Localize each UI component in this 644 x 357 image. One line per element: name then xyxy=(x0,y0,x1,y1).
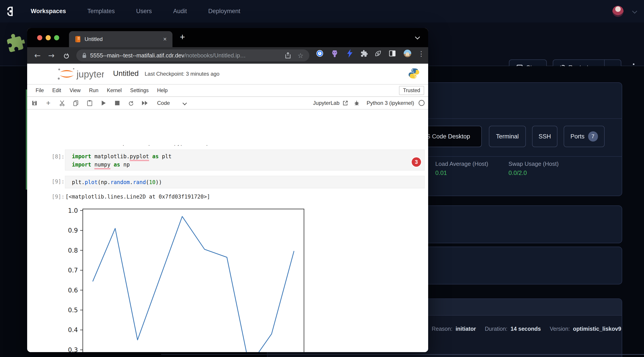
jupyter-page: jupyter Untitled Last Checkpoint: 3 minu… xyxy=(27,64,428,352)
cell9-input[interactable]: plt.plot(np.random.rand(10)) xyxy=(65,176,424,188)
nav-item-templates[interactable]: Templates xyxy=(88,8,115,15)
coder-logo[interactable] xyxy=(5,6,15,16)
trusted-badge[interactable]: Trusted xyxy=(399,86,424,95)
run-cell-icon[interactable] xyxy=(99,98,108,108)
kernel-status-icon[interactable] xyxy=(418,100,424,106)
svg-text:0.6: 0.6 xyxy=(68,287,78,294)
cell8-prompt: [8]: xyxy=(48,154,64,160)
interrupt-kernel-icon[interactable] xyxy=(112,98,122,108)
menu-edit[interactable]: Edit xyxy=(52,88,61,94)
output-repr-text: [<matplotlib.lines.Line2D at 0x7fd03f191… xyxy=(66,194,210,200)
notebook-title[interactable]: Untitled xyxy=(113,69,139,78)
code-line: import matplotlib.pyplot as plt xyxy=(72,152,424,161)
tab-title: Untitled xyxy=(84,36,102,42)
cut-cell-icon[interactable] xyxy=(58,98,67,108)
output-prompt: [9]: xyxy=(48,194,64,200)
reload-icon[interactable] xyxy=(62,52,69,59)
svg-text:0.4: 0.4 xyxy=(68,326,78,334)
svg-text:1.0: 1.0 xyxy=(68,207,78,214)
lock-icon xyxy=(82,52,86,58)
save-icon[interactable] xyxy=(30,98,39,108)
jupyter-menu-bar: File Edit View Run Kernel Settings Help … xyxy=(27,84,428,97)
minimize-window-button[interactable] xyxy=(46,35,51,40)
code-line: import numpy as np xyxy=(72,161,424,169)
ports-count-badge: 7 xyxy=(588,131,598,142)
extensions-puzzle-icon[interactable] xyxy=(360,50,368,57)
back-icon[interactable]: ← xyxy=(34,51,41,60)
menu-kernel[interactable]: Kernel xyxy=(107,88,122,94)
external-link-icon xyxy=(343,100,348,106)
jupyter-toolbar: + Code xyxy=(27,97,428,110)
browser-tab-untitled[interactable]: Untitled × xyxy=(69,31,172,47)
template-puzzle-icon xyxy=(4,31,26,53)
app-button-ssh[interactable]: SSH xyxy=(532,126,558,147)
python-logo-icon xyxy=(408,68,420,79)
build-info-row: Reason: initiator Duration: 14 seconds V… xyxy=(432,326,621,332)
browser-tab-strip: Untitled × + xyxy=(27,28,428,47)
add-cell-icon[interactable]: + xyxy=(44,98,53,108)
nav-item-users[interactable]: Users xyxy=(136,8,152,15)
restart-kernel-icon[interactable] xyxy=(126,98,136,108)
bookmark-star-icon[interactable]: ☆ xyxy=(298,52,304,60)
close-window-button[interactable] xyxy=(37,35,42,40)
bottom-divider xyxy=(161,354,644,355)
scrolled-cell-sliver: import matplotlib.pyplot as plt xyxy=(65,145,424,148)
forward-icon[interactable]: → xyxy=(48,51,55,60)
notebook-favicon xyxy=(75,36,80,42)
svg-text:0.3: 0.3 xyxy=(68,346,78,352)
notification-badge[interactable]: 3 xyxy=(412,157,421,167)
app-button-ports[interactable]: Ports 7 xyxy=(564,126,604,147)
maximize-window-button[interactable] xyxy=(54,35,59,40)
kernel-name[interactable]: Python 3 (ipykernel) xyxy=(367,100,414,106)
cell-type-chevron-icon xyxy=(182,101,187,105)
stat-swap-usage: Swap Usage (Host) 0.0/2.0 xyxy=(508,160,558,176)
debugger-bug-icon[interactable] xyxy=(352,98,362,108)
checkpoint-status: Last Checkpoint: 3 minutes ago xyxy=(145,71,220,77)
browser-kebab-menu-icon[interactable]: ⋮ xyxy=(418,50,424,58)
cell8-input[interactable]: import matplotlib.pyplot as plt import n… xyxy=(65,150,424,170)
jupyter-logo: jupyter xyxy=(56,67,104,82)
cell-type-dropdown[interactable]: Code xyxy=(157,100,186,106)
nav-item-deployment[interactable]: Deployment xyxy=(208,8,240,15)
menu-help[interactable]: Help xyxy=(157,88,168,94)
url-path: /notebooks/Untitled.ip… xyxy=(184,52,246,59)
svg-text:0.9: 0.9 xyxy=(68,227,78,234)
tab-close-icon[interactable]: × xyxy=(163,36,167,43)
jupyter-header: jupyter Untitled Last Checkpoint: 3 minu… xyxy=(27,64,428,84)
share-icon[interactable] xyxy=(285,52,291,59)
new-tab-button[interactable]: + xyxy=(180,32,185,42)
copy-cell-icon[interactable] xyxy=(71,98,80,108)
browser-window: Untitled × + ← → 5555--main--test--matif… xyxy=(27,28,428,352)
svg-text:0.5: 0.5 xyxy=(68,306,78,314)
side-panel-extension-icon[interactable] xyxy=(389,50,396,57)
stat-load-average: Load Average (Host) 0.01 xyxy=(435,160,488,176)
nav-item-audit[interactable]: Audit xyxy=(173,8,187,15)
menu-view[interactable]: View xyxy=(70,88,80,94)
nav-item-workspaces[interactable]: Workspaces xyxy=(31,8,66,15)
url-host: 5555--main--test--matifali.atif.cdr.dev xyxy=(90,52,184,59)
url-bar[interactable]: 5555--main--test--matifali.atif.cdr.dev/… xyxy=(76,50,309,62)
github-octocat-extension-icon[interactable] xyxy=(331,50,339,58)
svg-text:0.8: 0.8 xyxy=(68,247,78,254)
menu-file[interactable]: File xyxy=(36,88,44,94)
tab-search-chevron-icon[interactable] xyxy=(415,34,420,40)
lightning-bolt-extension-icon[interactable] xyxy=(347,49,353,58)
app-button-terminal[interactable]: Terminal xyxy=(489,126,526,147)
svg-text:0.7: 0.7 xyxy=(68,267,78,274)
menu-settings[interactable]: Settings xyxy=(130,88,149,94)
menu-run[interactable]: Run xyxy=(89,88,98,94)
browser-profile-avatar[interactable] xyxy=(404,50,411,57)
coder-top-nav: Workspaces Templates Users Audit Deploym… xyxy=(0,0,644,22)
matplotlib-figure: 0.20.30.40.50.60.70.80.91.002468 xyxy=(83,209,304,352)
user-menu-chevron-icon[interactable] xyxy=(632,9,637,14)
restart-run-all-icon[interactable] xyxy=(140,98,150,108)
avatar[interactable] xyxy=(612,6,624,17)
svg-text:jupyter: jupyter xyxy=(76,69,104,80)
open-jupyterlab-link[interactable]: JupyterLab xyxy=(313,100,348,106)
leaf-extension-icon[interactable] xyxy=(374,50,382,57)
password-manager-extension-icon[interactable] xyxy=(316,50,324,57)
paste-cell-icon[interactable] xyxy=(85,98,94,108)
code-line: plt.plot(np.random.rand(10)) xyxy=(72,178,424,186)
cell9-prompt: [9]: xyxy=(48,178,64,185)
